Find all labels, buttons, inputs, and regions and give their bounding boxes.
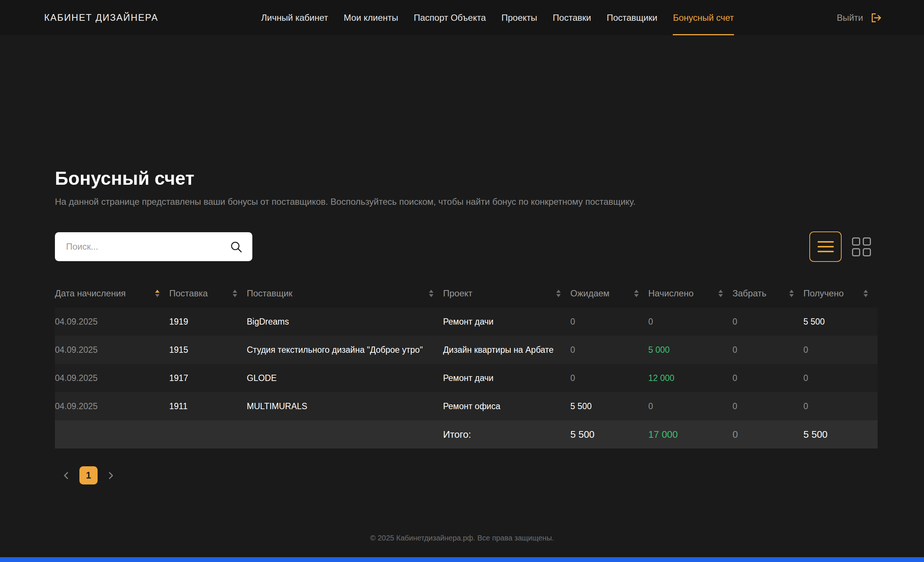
search-box xyxy=(55,232,252,261)
main-content: Бонусный счет На данной странице предста… xyxy=(55,35,878,484)
bottom-edge-strip xyxy=(0,557,924,562)
totals-received: 5 500 xyxy=(803,429,878,440)
cell-accrued: 12 000 xyxy=(648,373,732,383)
nav-suppliers[interactable]: Поставщики xyxy=(607,0,657,35)
grid-view-button[interactable] xyxy=(845,231,878,262)
logo[interactable]: КАБИНЕТ ДИЗАЙНЕРА xyxy=(44,12,159,23)
column-header-supplier[interactable]: Поставщик xyxy=(247,288,443,298)
list-view-icon xyxy=(818,241,834,252)
logout-label: Выйти xyxy=(837,13,863,23)
cell-takeout: 0 xyxy=(732,373,803,383)
totals-accrued: 17 000 xyxy=(648,429,732,440)
totals-takeout: 0 xyxy=(732,429,803,440)
cell-delivery: 1911 xyxy=(169,402,247,411)
list-view-button[interactable] xyxy=(809,231,842,262)
search-icon[interactable] xyxy=(230,240,243,253)
cell-received: 0 xyxy=(803,373,878,383)
sort-icon xyxy=(232,290,237,297)
cell-supplier: GLODE xyxy=(247,373,443,383)
cell-date: 04.09.2025 xyxy=(55,317,169,327)
cell-received: 0 xyxy=(803,345,878,355)
logout-button[interactable]: Выйти xyxy=(837,11,882,24)
cell-expected: 5 500 xyxy=(570,402,648,411)
cell-project: Ремонт дачи xyxy=(443,373,570,383)
cell-expected: 0 xyxy=(570,345,648,355)
sort-icon xyxy=(429,290,434,297)
cell-date: 04.09.2025 xyxy=(55,402,169,411)
bonus-table: Дата начисления Поставка Поставщик Проек… xyxy=(55,279,878,448)
sort-icon xyxy=(556,290,561,297)
column-header-delivery[interactable]: Поставка xyxy=(169,288,247,298)
cell-delivery: 1915 xyxy=(169,345,247,355)
pagination-prev-button[interactable] xyxy=(62,471,71,480)
nav-object-passport[interactable]: Паспорт Объекта xyxy=(414,0,486,35)
sort-icon xyxy=(718,290,723,297)
cell-accrued: 5 000 xyxy=(648,345,732,355)
cell-accrued: 0 xyxy=(648,317,732,327)
table-row: 04.09.2025 1915 Студия текстильного диза… xyxy=(55,336,878,364)
table-row: 04.09.2025 1911 MULTIMURALS Ремонт офиса… xyxy=(55,392,878,420)
table-header-row: Дата начисления Поставка Поставщик Проек… xyxy=(55,279,878,307)
sort-icon xyxy=(864,290,868,297)
cell-supplier: BigDreams xyxy=(247,317,443,327)
sort-icon xyxy=(634,290,639,297)
column-header-project[interactable]: Проект xyxy=(443,288,570,298)
cell-date: 04.09.2025 xyxy=(55,373,169,383)
cell-project: Ремонт офиса xyxy=(443,402,570,411)
header: КАБИНЕТ ДИЗАЙНЕРА Личный кабинет Мои кли… xyxy=(0,0,924,35)
column-header-takeout[interactable]: Забрать xyxy=(732,288,803,298)
page: КАБИНЕТ ДИЗАЙНЕРА Личный кабинет Мои кли… xyxy=(0,0,924,562)
column-header-date[interactable]: Дата начисления xyxy=(55,288,169,298)
cell-expected: 0 xyxy=(570,317,648,327)
column-header-accrued[interactable]: Начислено xyxy=(648,288,732,298)
grid-view-icon xyxy=(852,237,871,256)
totals-label: Итого: xyxy=(443,429,570,440)
chevron-right-icon xyxy=(106,471,116,480)
nav-deliveries[interactable]: Поставки xyxy=(553,0,591,35)
nav-bonus-account[interactable]: Бонусный счет xyxy=(673,0,734,35)
cell-received: 5 500 xyxy=(803,317,878,327)
cell-takeout: 0 xyxy=(732,317,803,327)
pagination-page-1[interactable]: 1 xyxy=(80,466,98,484)
logout-icon xyxy=(869,11,882,24)
cell-date: 04.09.2025 xyxy=(55,345,169,355)
cell-delivery: 1919 xyxy=(169,317,247,327)
cell-takeout: 0 xyxy=(732,402,803,411)
nav-projects[interactable]: Проекты xyxy=(501,0,537,35)
cell-takeout: 0 xyxy=(732,345,803,355)
page-title: Бонусный счет xyxy=(55,168,878,189)
page-subtitle: На данной странице представлены ваши бон… xyxy=(55,196,878,207)
nav-personal-cabinet[interactable]: Личный кабинет xyxy=(261,0,328,35)
view-toggles xyxy=(809,231,878,262)
sort-icon xyxy=(789,290,794,297)
controls-row xyxy=(55,231,878,262)
column-header-expected[interactable]: Ожидаем xyxy=(570,288,648,298)
cell-expected: 0 xyxy=(570,373,648,383)
cell-project: Ремонт дачи xyxy=(443,317,570,327)
main-nav: Личный кабинет Мои клиенты Паспорт Объек… xyxy=(261,0,734,35)
cell-supplier: MULTIMURALS xyxy=(247,402,443,411)
cell-delivery: 1917 xyxy=(169,373,247,383)
pagination-next-button[interactable] xyxy=(106,471,116,480)
table-row: 04.09.2025 1917 GLODE Ремонт дачи 0 12 0… xyxy=(55,364,878,392)
nav-my-clients[interactable]: Мои клиенты xyxy=(344,0,398,35)
footer-copyright: © 2025 Кабинетдизайнера.рф. Все права за… xyxy=(0,534,924,543)
cell-received: 0 xyxy=(803,402,878,411)
pagination: 1 xyxy=(62,466,878,484)
totals-expected: 5 500 xyxy=(570,429,648,440)
cell-accrued: 0 xyxy=(648,402,732,411)
cell-supplier: Студия текстильного дизайна "Доброе утро… xyxy=(247,345,443,355)
table-row: 04.09.2025 1919 BigDreams Ремонт дачи 0 … xyxy=(55,307,878,336)
cell-project: Дизайн квартиры на Арбате xyxy=(443,345,570,355)
sort-icon xyxy=(155,290,160,297)
table-totals-row: Итого: 5 500 17 000 0 5 500 xyxy=(55,420,878,448)
search-input[interactable] xyxy=(55,232,252,261)
column-header-received[interactable]: Получено xyxy=(803,288,878,298)
chevron-left-icon xyxy=(62,471,71,480)
